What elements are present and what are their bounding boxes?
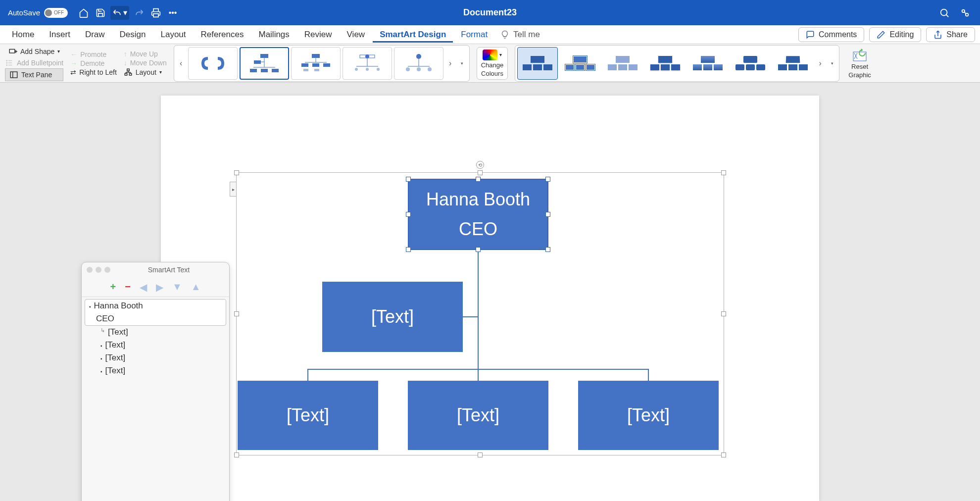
home-icon[interactable] [77, 6, 91, 20]
tab-design[interactable]: Design [113, 27, 153, 43]
resize-handle[interactable] [478, 170, 483, 175]
style-option-1[interactable] [517, 47, 558, 80]
more-icon[interactable]: ••• [166, 6, 180, 20]
pencil-icon [877, 30, 885, 39]
shape-handle[interactable] [545, 247, 550, 252]
svg-rect-22 [301, 63, 308, 67]
remove-icon[interactable]: − [125, 281, 131, 293]
text-pane-icon [9, 70, 18, 79]
comment-icon [806, 30, 815, 39]
editing-button[interactable]: Editing [869, 27, 921, 42]
tab-view[interactable]: View [340, 27, 372, 43]
resize-handle[interactable] [721, 170, 726, 175]
tab-layout[interactable]: Layout [153, 27, 193, 43]
tell-me[interactable]: Tell me [500, 30, 540, 40]
layout-option-3[interactable] [291, 47, 341, 80]
layout-option-5[interactable] [394, 47, 443, 80]
undo-button[interactable]: ▾ [110, 6, 129, 20]
layout-option-4[interactable] [343, 47, 392, 80]
autosave-toggle[interactable]: AutoSave OFF [8, 8, 68, 18]
shape-handle[interactable] [476, 247, 481, 252]
styles-expand[interactable]: ▾ [827, 61, 837, 66]
share-button[interactable]: Share [926, 27, 975, 42]
shape-handle[interactable] [545, 212, 550, 217]
style-option-2[interactable] [560, 47, 600, 80]
tab-smartart-design[interactable]: SmartArt Design [373, 27, 453, 43]
arrow-left-icon: ← [70, 50, 77, 58]
layout-button[interactable]: Layout ▾ [124, 68, 167, 77]
tab-references[interactable]: References [194, 27, 251, 43]
tab-mailings[interactable]: Mailings [251, 27, 296, 43]
share-titlebar-icon[interactable] [958, 6, 972, 20]
tab-home[interactable]: Home [5, 27, 41, 43]
gallery-next[interactable]: › [445, 59, 455, 68]
shape-handle[interactable] [545, 177, 550, 182]
org-box-bottom-1[interactable]: [Text] [238, 381, 378, 450]
move-down-button: ↓Move Down [124, 59, 167, 67]
org-box-top[interactable]: Hanna Booth CEO [408, 179, 548, 250]
styles-next[interactable]: › [815, 59, 825, 68]
layout-option-2[interactable] [240, 47, 289, 80]
shape-handle[interactable] [476, 177, 481, 182]
autosave-switch[interactable]: OFF [44, 8, 68, 18]
document-title: Document23 [463, 7, 517, 18]
zoom-dot[interactable] [104, 267, 110, 273]
ribbon-tabs: Home Insert Draw Design Layout Reference… [0, 25, 980, 44]
minimize-dot[interactable] [96, 267, 101, 273]
style-option-4[interactable] [645, 47, 686, 80]
reset-graphic-button[interactable]: Reset Graphic [846, 46, 873, 81]
layout-icon [124, 68, 133, 77]
list-item[interactable]: ▪[Text] [85, 364, 226, 377]
connector-line [307, 369, 308, 381]
smartart-text-panel[interactable]: SmartArt Text + − ◀ ▶ ▼ ▲ ▪Hanna Booth C… [81, 262, 230, 501]
shape-handle[interactable] [406, 177, 411, 182]
tab-format[interactable]: Format [454, 27, 494, 43]
panel-list: ▪Hanna Booth CEO ↳[Text] ▪[Text] ▪[Text]… [82, 297, 229, 379]
search-icon[interactable] [937, 6, 951, 20]
org-box-bottom-2[interactable]: [Text] [408, 381, 548, 450]
autosave-label: AutoSave [8, 8, 40, 17]
list-item[interactable]: ▪[Text] [85, 339, 226, 351]
shape-handle[interactable] [406, 247, 411, 252]
smartart-frame[interactable]: ⟲ ▸ Hanna Booth CEO [Text] [T [236, 172, 724, 455]
add-shape-button[interactable]: Add Shape ▾ [5, 46, 63, 57]
resize-handle[interactable] [234, 452, 239, 457]
list-item[interactable]: ↳[Text] [85, 326, 226, 339]
close-dot[interactable] [87, 267, 93, 273]
bullet-icon [5, 58, 14, 67]
style-option-7[interactable] [773, 47, 813, 80]
change-colours-button[interactable]: ▾ Change Colours [477, 47, 508, 80]
text-pane-button[interactable]: Text Pane [5, 68, 63, 81]
org-box-assistant[interactable]: [Text] [322, 282, 463, 352]
style-option-6[interactable] [730, 47, 771, 80]
org-box-bottom-3[interactable]: [Text] [578, 381, 719, 450]
list-item[interactable]: ▪[Text] [85, 351, 226, 364]
page[interactable]: ⟲ ▸ Hanna Booth CEO [Text] [T [161, 96, 819, 501]
tab-insert[interactable]: Insert [42, 27, 77, 43]
shape-handle[interactable] [406, 212, 411, 217]
promote-panel-icon: ◀ [140, 281, 147, 293]
right-to-left-button[interactable]: ⇄Right to Left [70, 68, 117, 76]
tab-draw[interactable]: Draw [78, 27, 112, 43]
rotate-handle[interactable]: ⟲ [476, 161, 484, 169]
resize-handle[interactable] [721, 452, 726, 457]
save-icon[interactable] [94, 6, 107, 20]
gallery-prev[interactable]: ‹ [176, 59, 186, 68]
resize-handle[interactable] [234, 311, 239, 316]
text-pane-tab[interactable]: ▸ [230, 182, 237, 197]
tab-review[interactable]: Review [297, 27, 339, 43]
layout-option-1[interactable] [188, 47, 238, 80]
add-icon[interactable]: + [110, 281, 116, 293]
redo-icon[interactable] [132, 6, 146, 20]
resize-handle[interactable] [721, 311, 726, 316]
style-option-3[interactable] [602, 47, 643, 80]
list-item[interactable]: ▪Hanna Booth CEO [85, 299, 226, 326]
print-icon[interactable] [149, 6, 163, 20]
resize-handle[interactable] [478, 452, 483, 457]
resize-handle[interactable] [234, 170, 239, 175]
gallery-expand[interactable]: ▾ [457, 61, 467, 66]
svg-rect-26 [314, 69, 319, 71]
style-option-5[interactable] [687, 47, 728, 80]
svg-rect-18 [272, 69, 279, 72]
comments-button[interactable]: Comments [798, 27, 864, 42]
